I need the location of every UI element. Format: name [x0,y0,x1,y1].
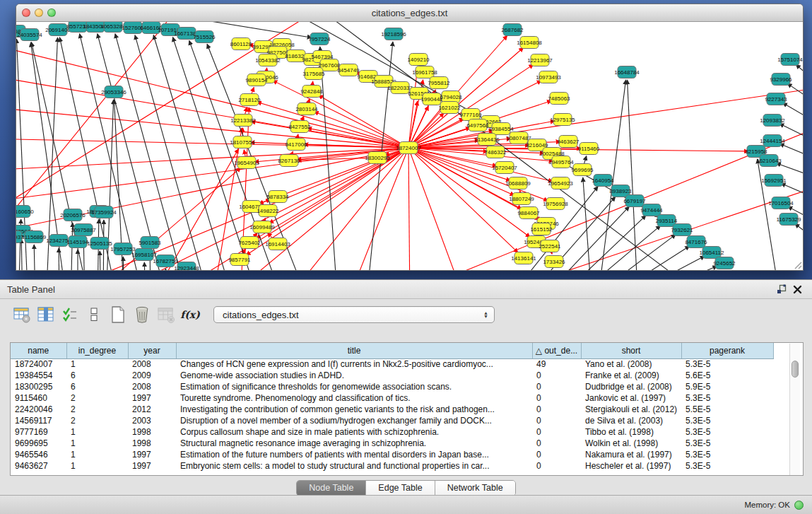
graph-edge [165,269,167,270]
graph-node-label: 6794028 [440,94,462,100]
table-cell: 0 [532,449,581,460]
graph-node-label: 7486322 [484,149,507,156]
table-row[interactable]: 946554611997Estimation of the future num… [11,449,773,460]
graph-node-label: 10973493 [536,74,561,81]
graph-node-label: 18107554 [230,139,255,146]
graph-node-label: 8938923 [609,188,632,194]
graph-node-label: 20206576 [60,212,86,218]
resize-grip[interactable] [792,259,802,269]
column-header-title[interactable]: title [176,343,532,358]
close-panel-icon[interactable] [789,283,805,296]
network-canvas[interactable]: 1125844240355742069140685572311843504510… [16,22,803,270]
graph-edge [100,251,101,270]
graph-edge [787,83,803,105]
graph-edge [115,34,189,270]
graph-edge [408,148,410,270]
graph-node-label: 2718120 [238,97,261,103]
graph-node-label: 15692951 [761,177,787,184]
column-header-year[interactable]: year [128,343,176,358]
graph-node-label: 19495764 [548,159,574,165]
graph-node-label: 16961758 [412,69,437,76]
column-header-out-degree[interactable]: △ out_de... [532,343,581,358]
table-row[interactable]: 977716911998Corpus callosum shape and si… [11,426,773,438]
row-height-icon[interactable] [83,304,105,325]
table-cell: 1 [66,358,128,370]
table-tabs: Node TableEdge TableNetwork Table [296,480,515,496]
column-header-short[interactable]: short [581,343,681,358]
delete-table-icon[interactable] [131,304,153,325]
graph-edge [408,148,530,237]
float-panel-icon[interactable] [774,283,789,296]
graph-node-label: 12975135 [550,117,575,123]
node-table-grid: namein_degreeyeartitle△ out_de...shortpa… [11,343,774,472]
graph-edge [144,262,146,270]
graph-node-label: 5878334 [266,194,289,200]
graph-node-label: 9329966 [770,76,792,83]
table-cell: Changes of HCN gene expression and I(f) … [176,358,532,370]
network-window-titlebar[interactable]: citations_edges.txt [16,4,803,22]
table-cell: 1998 [128,438,176,449]
column-header-in-degree[interactable]: in_degree [66,343,128,358]
node-table: namein_degreeyeartitle△ out_de...shortpa… [10,342,804,476]
table-selector-dropdown[interactable]: citations_edges.txt ▲▼ [213,306,495,323]
new-table-icon[interactable] [107,304,129,325]
modify-table-icon[interactable] [11,304,33,325]
tab-network-table[interactable]: Network Table [435,481,515,496]
graph-node-label: 8471676 [685,239,707,245]
column-header-name[interactable]: name [11,343,66,358]
graph-node-label: 16648784 [614,69,640,76]
graph-node-label: 6679197 [623,198,646,204]
table-cell: 2 [66,392,128,404]
graph-edge [783,103,803,124]
tab-node-table[interactable]: Node Table [297,481,366,496]
table-cell: 1 [66,460,128,472]
table-row[interactable]: 1872400712008Changes of HCN gene express… [11,358,773,370]
graph-node-label: 16958107 [131,252,157,258]
table-row[interactable]: 946362711997Embryonic stem cells: a mode… [11,460,773,472]
graph-node-label: 19654903 [234,160,259,166]
graph-node-label: 11156869 [22,234,47,240]
table-cell: Yano et al. (2008) [581,358,681,370]
column-checklist-icon[interactable] [59,304,81,325]
function-builder-icon[interactable]: f(x) [180,304,201,325]
table-cell: Tibbo et al. (1998) [581,426,681,438]
graph-edge [212,128,242,270]
delete-column-icon[interactable] [155,304,177,325]
graph-node-label: 25160650 [16,209,34,215]
table-cell: Stergiakouli et al. (2012) [581,404,681,415]
graph-node-label: 3175685 [302,71,325,77]
graph-node-label: 11675329 [777,216,802,223]
graph-node-label: 16782759 [153,258,178,264]
table-cell: Tourette syndrome. Phenomenology and cla… [176,392,532,404]
graph-node-label: 1615152 [530,226,553,233]
graph-node-label: 9417006 [285,141,307,148]
network-window: citations_edges.txt 11258442403557420691… [16,4,804,271]
select-columns-icon[interactable] [35,304,57,325]
graph-node-label: 12923448 [174,265,199,271]
table-row[interactable]: 911546021997Tourette syndrome. Phenomeno… [11,392,773,404]
graph-node-label: 7955812 [428,80,450,86]
graph-node-label: 7932621 [671,227,693,233]
graph-node-label: 17359924 [91,209,117,216]
graph-node-label: 2803144 [295,106,318,112]
table-row[interactable]: 2242004622012Investigating the contribut… [11,404,773,415]
graph-node-label: 9242848 [300,88,323,95]
table-vertical-scrollbar[interactable] [789,344,800,475]
tab-edge-table[interactable]: Edge Table [366,481,435,496]
graph-node-label: 1621022 [438,105,461,111]
table-cell: 0 [532,438,581,449]
graph-node-label: 10654112 [700,250,725,256]
scrollbar-thumb[interactable] [792,361,799,378]
table-row[interactable]: 1456911722003Disruption of a novel membe… [11,415,773,426]
graph-node-label: 19384554 [488,126,514,132]
graph-edge [153,35,235,270]
table-cell: 22420046 [11,404,66,415]
graph-edge [795,224,803,243]
table-row[interactable]: 1938455462009Genome-wide association stu… [11,370,773,381]
table-row[interactable]: 969969511998Structural magnetic resonanc… [11,438,773,449]
column-header-pagerank[interactable]: pagerank [681,343,773,358]
table-row[interactable]: 1830029562008Estimation of significance … [11,381,773,392]
table-cell: 2008 [128,381,176,392]
table-cell: 49 [532,358,581,370]
table-cell: 0 [532,426,581,438]
